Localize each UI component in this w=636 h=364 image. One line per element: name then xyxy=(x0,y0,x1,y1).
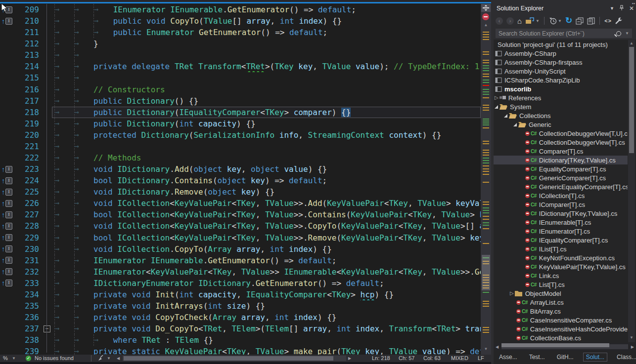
code-line-text[interactable]: →→ xyxy=(52,49,481,61)
collapse-region-icon[interactable]: − xyxy=(44,325,50,332)
code-line-text[interactable]: →→IEnumerator<KeyValuePair<TKey, TValue>… xyxy=(52,266,481,278)
tree-item[interactable]: mscorlib xyxy=(494,84,628,93)
collapse-all-button[interactable] xyxy=(576,16,584,26)
code-line-text[interactable]: →→private static KeyValuePair<TKey, TVal… xyxy=(52,346,481,355)
code-line-text[interactable]: →→ xyxy=(52,141,481,152)
inheritance-margin[interactable] xyxy=(0,95,16,107)
collapsed-arrow-icon[interactable]: ▷ xyxy=(495,95,499,100)
inheritance-margin[interactable]: ↑I xyxy=(0,278,16,289)
inheritance-margin[interactable]: ↑I xyxy=(0,175,16,186)
code-line-text[interactable]: →→void ICollection.CopyTo(Array array, i… xyxy=(52,243,481,255)
forward-button[interactable]: › xyxy=(506,17,514,25)
code-line-text[interactable]: →→// Methods xyxy=(52,152,481,163)
tree-item[interactable]: C#ICollection[T].cs xyxy=(494,191,628,200)
line-number[interactable]: 210 xyxy=(16,15,41,27)
tree-item[interactable]: C#IEnumerable[T].cs xyxy=(494,218,628,227)
tree-item[interactable]: C#IEqualityComparer[T].cs xyxy=(494,236,628,244)
preview-selected-items-button[interactable] xyxy=(587,16,595,26)
status-col[interactable]: Col: 63 xyxy=(423,355,441,361)
code-line-text[interactable]: →→void ICollection<KeyValuePair<TKey, TV… xyxy=(52,220,481,232)
panel-tab[interactable]: Class... xyxy=(614,353,636,361)
tree-item[interactable]: C#GenericComparer[T].cs xyxy=(494,173,628,182)
collapsed-arrow-icon[interactable]: ▷ xyxy=(510,291,514,296)
split-window-handle[interactable] xyxy=(481,4,491,12)
inheritance-margin[interactable]: ↑I xyxy=(0,266,16,278)
tree-item[interactable]: C#CaseInsensitiveHashCodeProvider.cs xyxy=(494,324,628,333)
search-box[interactable]: ▼ xyxy=(496,29,632,38)
line-number[interactable]: 216 xyxy=(16,84,41,95)
refresh-button[interactable]: ↻ xyxy=(565,16,572,26)
inheritance-margin[interactable] xyxy=(0,49,16,61)
code-cleanup-dropdown-icon[interactable]: ▼ xyxy=(107,356,111,361)
line-number[interactable]: 237 xyxy=(16,323,41,334)
status-char[interactable]: Ch: 57 xyxy=(399,355,414,361)
inheritance-margin[interactable] xyxy=(0,346,16,355)
tree-item[interactable]: System xyxy=(494,102,628,111)
code-line[interactable]: ↑I231→→IEnumerator IEnumerable.GetEnumer… xyxy=(0,255,481,266)
status-encoding[interactable]: MIXED xyxy=(451,355,468,361)
code-line[interactable]: ↑I233→→IDictionaryEnumerator IDictionary… xyxy=(0,278,481,289)
editor-vertical-scrollbar[interactable]: ▲ ▼ xyxy=(481,4,491,355)
inheritance-margin[interactable] xyxy=(0,118,16,129)
hscroll-left-arrow-icon[interactable]: ◀ xyxy=(117,356,120,361)
line-number[interactable]: 211 xyxy=(16,27,41,38)
code-line-text[interactable]: →→private void CopyToCheck(Array array, … xyxy=(52,312,481,323)
inheritance-margin[interactable] xyxy=(0,72,16,83)
tree-item[interactable]: C#Dictionary[TKey,TValue].cs xyxy=(494,156,628,164)
panel-tab[interactable]: GitH... xyxy=(554,353,576,361)
zoom-control[interactable]: % xyxy=(3,355,8,361)
tree-item[interactable]: ▷ObjectModel xyxy=(494,289,628,298)
tree-item[interactable]: C#KeyNotFoundException.cs xyxy=(494,253,628,262)
code-line[interactable]: 219→→public Dictionary(int capacity) {} xyxy=(0,118,481,129)
scroll-down-arrow-icon[interactable]: ▼ xyxy=(481,347,491,351)
line-number[interactable]: 223 xyxy=(16,163,41,175)
code-line-text[interactable]: →→private delegate TRet Transform<TRet>(… xyxy=(52,61,481,72)
inheritance-margin[interactable] xyxy=(0,129,16,141)
window-position-chevron-icon[interactable]: ▼ xyxy=(610,6,614,11)
inheritance-margin[interactable] xyxy=(0,84,16,95)
line-number[interactable]: 232 xyxy=(16,266,41,278)
line-number[interactable]: 225 xyxy=(16,186,41,198)
tree-item[interactable]: Collections xyxy=(494,111,628,120)
code-line[interactable]: ↑I225→→void IDictionary.Remove(object ke… xyxy=(0,186,481,198)
scroll-up-arrow-icon[interactable]: ▲ xyxy=(481,23,491,27)
code-line-text[interactable]: →→protected Dictionary(SerializationInfo… xyxy=(52,129,481,141)
panel-tab[interactable]: Asse... xyxy=(497,353,520,361)
code-line[interactable]: ↑I209→→→IEnumerator IEnumerable.GetEnume… xyxy=(0,4,481,15)
code-line[interactable]: 218→→public Dictionary(IEqualityComparer… xyxy=(0,107,481,118)
tree-item[interactable]: C#CollectionDebuggerView[T].cs xyxy=(494,138,628,147)
line-number[interactable]: 235 xyxy=(16,300,41,312)
line-number[interactable]: 238 xyxy=(16,334,41,346)
code-line[interactable]: ↑I229→→bool ICollection<KeyValuePair<TKe… xyxy=(0,232,481,243)
tree-item[interactable]: ICSharpCode.SharpZipLib xyxy=(494,76,628,84)
tree-item[interactable]: C#List[T].cs xyxy=(494,280,628,289)
code-line-text[interactable]: →→→where TRet : TElem {} xyxy=(52,334,481,346)
tree-hscroll-right-icon[interactable]: ▶ xyxy=(631,345,634,349)
line-number[interactable]: 239 xyxy=(16,346,41,355)
line-number[interactable]: 221 xyxy=(16,141,41,152)
view-code-button[interactable]: <> xyxy=(604,16,612,26)
line-number[interactable]: 218 xyxy=(16,107,41,118)
line-number[interactable]: 212 xyxy=(16,38,41,49)
status-eol[interactable]: LF xyxy=(478,355,484,361)
inheritance-margin[interactable]: ↑I xyxy=(0,209,16,220)
code-line[interactable]: 213→→ xyxy=(0,49,481,61)
code-line-text[interactable]: →→void ICollection<KeyValuePair<TKey, TV… xyxy=(52,198,481,209)
code-line-text[interactable]: →→public Dictionary(int capacity) {} xyxy=(52,118,481,129)
code-line[interactable]: 212→→} xyxy=(0,38,481,49)
line-number[interactable]: 209 xyxy=(16,4,41,15)
code-line[interactable]: ↑I223→→void IDictionary.Add(object key, … xyxy=(0,163,481,175)
code-line[interactable]: 238→→→where TRet : TElem {} xyxy=(0,334,481,346)
line-number[interactable]: 220 xyxy=(16,129,41,141)
tree-item[interactable]: C#KeyValuePair[TKey,TValue].cs xyxy=(494,262,628,271)
tree-item[interactable]: C#CaseInsensitiveComparer.cs xyxy=(494,316,628,324)
inheritance-margin[interactable] xyxy=(0,61,16,72)
tree-item[interactable]: C#IDictionary[TKey,TValue].cs xyxy=(494,209,628,218)
code-line[interactable]: ↑I226→→void ICollection<KeyValuePair<TKe… xyxy=(0,198,481,209)
code-cleanup-broom-icon[interactable] xyxy=(98,355,105,362)
close-icon[interactable]: ✕ xyxy=(629,5,634,12)
line-number[interactable]: 231 xyxy=(16,255,41,266)
code-line[interactable]: 215→→ xyxy=(0,72,481,83)
code-line[interactable]: 237−→→private void Do_CopyTo<TRet, TElem… xyxy=(0,323,481,334)
code-line[interactable]: 235→→private void InitArrays(int size) {… xyxy=(0,300,481,312)
